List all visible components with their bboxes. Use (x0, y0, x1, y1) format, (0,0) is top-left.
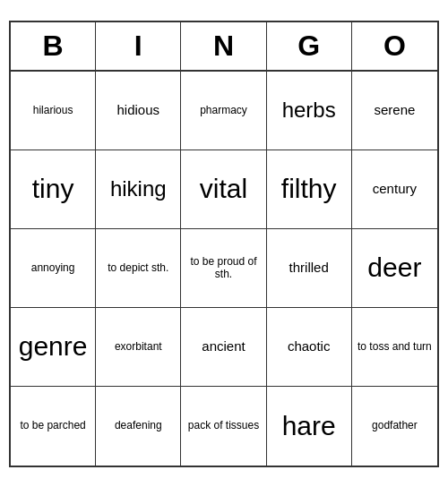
bingo-cell: deer (352, 229, 437, 308)
bingo-cell: hidious (96, 72, 181, 150)
cell-text: hilarious (33, 104, 73, 116)
bingo-cell: godfather (352, 387, 437, 466)
header-letter: B (11, 22, 96, 70)
bingo-cell: pharmacy (181, 72, 266, 150)
bingo-cell: serene (352, 72, 437, 150)
cell-text: tiny (32, 173, 74, 205)
bingo-cell: pack of tissues (181, 387, 266, 466)
cell-text: century (373, 181, 417, 197)
bingo-cell: to depict sth. (96, 229, 181, 308)
bingo-cell: ancient (181, 308, 266, 387)
cell-text: ancient (202, 338, 245, 355)
cell-text: hiking (110, 176, 167, 202)
cell-text: deer (367, 252, 421, 284)
cell-text: exorbitant (115, 340, 162, 353)
cell-text: vital (200, 173, 247, 205)
header-letter: G (267, 22, 352, 70)
cell-text: hare (282, 410, 336, 442)
bingo-grid: hilarioushidiouspharmacyherbsserenetinyh… (11, 72, 437, 466)
cell-text: to be parched (20, 419, 85, 431)
cell-text: pack of tissues (188, 419, 259, 431)
bingo-header: BINGO (11, 22, 437, 72)
bingo-cell: to toss and turn (352, 308, 437, 387)
cell-text: to toss and turn (358, 340, 432, 353)
bingo-cell: hilarious (11, 72, 96, 150)
bingo-cell: vital (181, 150, 266, 229)
bingo-cell: hare (267, 387, 352, 466)
bingo-cell: exorbitant (96, 308, 181, 387)
bingo-cell: tiny (11, 150, 96, 229)
header-letter: I (96, 22, 181, 70)
bingo-cell: chaotic (267, 308, 352, 387)
bingo-cell: hiking (96, 150, 181, 229)
cell-text: serene (374, 102, 415, 118)
cell-text: to be proud of sth. (185, 255, 262, 281)
cell-text: thrilled (289, 260, 329, 276)
bingo-cell: thrilled (267, 229, 352, 308)
header-letter: O (352, 22, 437, 70)
bingo-cell: century (352, 150, 437, 229)
cell-text: deafening (115, 419, 162, 431)
bingo-cell: to be parched (11, 387, 96, 466)
cell-text: pharmacy (200, 104, 247, 116)
bingo-card: BINGO hilarioushidiouspharmacyherbsseren… (9, 21, 439, 467)
bingo-cell: annoying (11, 229, 96, 308)
bingo-cell: deafening (96, 387, 181, 466)
cell-text: genre (19, 330, 88, 363)
cell-text: hidious (117, 102, 160, 118)
header-letter: N (181, 22, 266, 70)
bingo-cell: to be proud of sth. (181, 229, 266, 308)
bingo-cell: genre (11, 308, 96, 387)
cell-text: herbs (282, 98, 336, 124)
cell-text: chaotic (288, 338, 331, 355)
bingo-cell: filthy (267, 150, 352, 229)
cell-text: annoying (31, 261, 75, 274)
bingo-cell: herbs (267, 72, 352, 150)
cell-text: to depict sth. (108, 261, 168, 274)
cell-text: filthy (281, 173, 337, 205)
cell-text: godfather (372, 419, 418, 431)
